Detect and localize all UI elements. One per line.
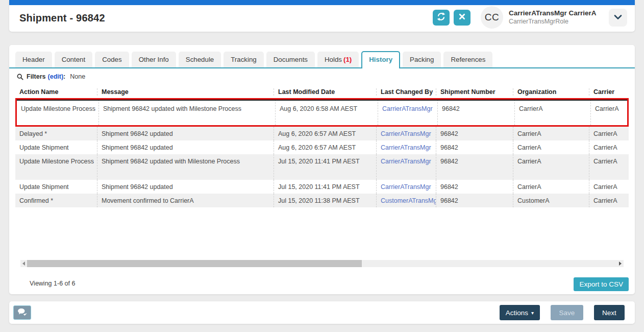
chevron-down-icon	[614, 14, 622, 21]
tab-label: Header	[22, 56, 45, 63]
tab-label: Codes	[102, 56, 121, 63]
scroll-left-arrow[interactable]	[20, 260, 27, 267]
table-row[interactable]: Delayed *Shipment 96842 updatedAug 6, 20…	[15, 127, 629, 140]
bottom-right-buttons: Actions▾ Save Next	[500, 305, 625, 320]
tab-documents[interactable]: Documents	[266, 52, 315, 67]
user-menu-button[interactable]	[609, 9, 627, 27]
cell-shipment: 96842	[436, 154, 513, 180]
cell-modified: Aug 6, 2020 6:57 AM AEST	[274, 140, 376, 154]
cell-action: Update Milestone Process	[17, 100, 98, 125]
tab-label: History	[369, 56, 392, 63]
cell-message: Shipment 96842 updated with Milestone Pr…	[97, 154, 274, 180]
refresh-button[interactable]	[433, 10, 450, 26]
column-header-last-changed-by[interactable]: Last Changed By	[376, 88, 436, 96]
tab-content[interactable]: Content	[55, 52, 93, 67]
table-row[interactable]: Update Milestone ProcessShipment 96842 u…	[15, 154, 629, 180]
column-header-shipment-number[interactable]: Shipment Number	[436, 88, 513, 96]
cell-carrier: CarrierA	[589, 140, 629, 154]
filters-label: Filters	[27, 73, 46, 80]
cell-message: Movement confirmed to CarrierA	[97, 194, 274, 207]
filters-bar: Filters (edit) : None	[17, 73, 635, 80]
user-role: CarrierTransMgrRole	[509, 18, 606, 26]
viewing-count: Viewing 1-6 of 6	[30, 280, 75, 287]
cell-carrier: CarrierA	[589, 194, 629, 207]
cell-carrier: CarrierA	[590, 100, 627, 125]
cell-shipment: 96842	[436, 180, 513, 194]
tab-history[interactable]: History	[361, 51, 400, 68]
cell-changed-by[interactable]: CustomerATransMgr	[376, 194, 436, 207]
page-title: Shipment - 96842	[19, 12, 105, 24]
export-csv-button[interactable]: Export to CSV	[574, 277, 629, 291]
column-header-last-modified-date[interactable]: Last Modified Date	[274, 88, 376, 96]
cell-changed-by[interactable]: CarrierATransMgr	[376, 127, 436, 140]
chat-button[interactable]	[13, 305, 31, 320]
cell-shipment: 96842	[436, 194, 513, 207]
cell-modified: Jul 15, 2020 11:38 PM AEST	[274, 194, 376, 207]
tab-packing[interactable]: Packing	[403, 52, 441, 67]
scroll-thumb[interactable]	[27, 260, 362, 267]
tab-label: Packing	[410, 56, 434, 63]
column-header-organization[interactable]: Organization	[513, 88, 589, 96]
triangle-left-icon	[22, 262, 25, 266]
column-header-action-name[interactable]: Action Name	[15, 88, 97, 96]
triangle-right-icon	[619, 262, 622, 266]
actions-button[interactable]: Actions▾	[500, 305, 540, 320]
tab-holds[interactable]: Holds(1)	[317, 52, 359, 67]
tab-references[interactable]: References	[443, 52, 492, 67]
tab-header[interactable]: Header	[15, 52, 52, 67]
filters-edit-link[interactable]: (edit)	[48, 73, 64, 80]
history-table: Action NameMessageLast Modified DateLast…	[15, 86, 629, 207]
shipment-detail-panel: HeaderContentCodesOther InfoScheduleTrac…	[9, 45, 635, 294]
cell-carrier: CarrierA	[589, 154, 629, 180]
tab-schedule[interactable]: Schedule	[179, 52, 221, 67]
table-row[interactable]: Confirmed *Movement confirmed to Carrier…	[15, 194, 629, 207]
save-button[interactable]: Save	[551, 305, 583, 320]
cell-action: Confirmed *	[15, 194, 97, 207]
table-row[interactable]: Update ShipmentShipment 96842 updatedAug…	[15, 140, 629, 154]
tab-other-info[interactable]: Other Info	[132, 52, 176, 67]
tab-label: References	[451, 56, 485, 63]
close-button[interactable]	[454, 10, 470, 26]
horizontal-scrollbar[interactable]	[20, 260, 624, 267]
cell-modified: Aug 6, 2020 6:57 AM AEST	[274, 127, 376, 140]
cell-modified: Jul 15, 2020 11:41 PM AEST	[274, 154, 376, 180]
caret-down-icon: ▾	[531, 310, 534, 316]
cell-message: Shipment 96842 updated	[97, 127, 274, 140]
table-row[interactable]: Update Milestone ProcessShipment 96842 u…	[15, 98, 629, 127]
next-button[interactable]: Next	[594, 305, 625, 320]
cell-message: Shipment 96842 updated with Milestone Pr…	[98, 100, 275, 125]
cell-action: Update Shipment	[15, 140, 97, 154]
cell-changed-by[interactable]: CarrierATransMgr	[376, 140, 436, 154]
tab-strip: HeaderContentCodesOther InfoScheduleTrac…	[9, 45, 635, 68]
table-header-row: Action NameMessageLast Modified DateLast…	[15, 86, 629, 98]
refresh-icon	[436, 12, 446, 23]
cell-action: Update Milestone Process	[15, 154, 97, 180]
cell-action: Update Shipment	[15, 180, 97, 194]
cell-carrier: CarrierA	[589, 180, 629, 194]
tab-label: Holds	[325, 56, 342, 63]
cell-action: Delayed *	[15, 127, 97, 140]
table-row[interactable]: Update ShipmentShipment 96842 updatedJul…	[15, 180, 629, 194]
tab-codes[interactable]: Codes	[95, 52, 129, 67]
cell-changed-by[interactable]: CarrierATransMgr	[376, 154, 436, 180]
cell-shipment: 96842	[436, 140, 513, 154]
page-header: Shipment - 96842	[9, 0, 635, 32]
tab-label: Tracking	[231, 56, 257, 63]
table-body: Update Milestone ProcessShipment 96842 u…	[15, 98, 629, 207]
cell-changed-by[interactable]: CarrierATransMgr	[376, 180, 436, 194]
scroll-right-arrow[interactable]	[617, 260, 624, 267]
cell-modified: Jul 15, 2020 11:41 PM AEST	[274, 180, 376, 194]
cell-modified: Aug 6, 2020 6:58 AM AEST	[275, 100, 378, 125]
column-header-carrier[interactable]: Carrier	[589, 88, 629, 96]
filters-separator: :	[63, 73, 65, 80]
column-header-message[interactable]: Message	[97, 88, 274, 96]
tab-tracking[interactable]: Tracking	[224, 52, 264, 67]
tab-label: Other Info	[139, 56, 169, 63]
filters-value: None	[70, 73, 85, 80]
cell-organization: CarrierA	[513, 140, 589, 154]
avatar: CC	[481, 6, 503, 29]
cell-organization: CarrierA	[513, 154, 589, 180]
cell-changed-by[interactable]: CarrierATransMgr	[378, 100, 437, 125]
tab-label: Schedule	[186, 56, 214, 63]
cell-organization: CustomerA	[513, 194, 589, 207]
